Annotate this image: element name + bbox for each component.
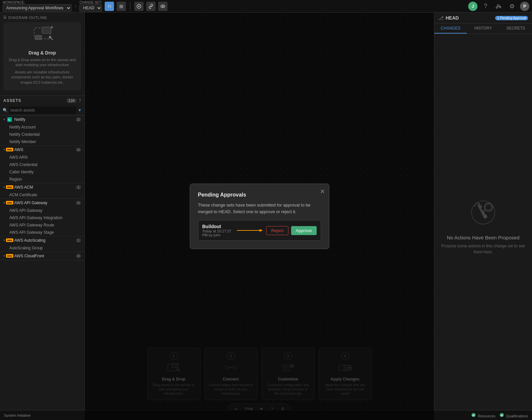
filter-icon[interactable]: ▼ — [78, 108, 82, 113]
panel-tabs: CHANGES HISTORY SECRETS — [434, 24, 532, 34]
list-item[interactable]: ACM Certificate — [0, 191, 84, 199]
aws-acm-icon: aws — [6, 185, 13, 190]
drag-drop-desc1: Drag & Drop assets on to the canvas and … — [9, 57, 76, 68]
list-item[interactable]: AWS API Gateway Integration — [0, 214, 84, 221]
aws-items: AWS ARN AWS Credential Caller Identity R… — [0, 154, 84, 183]
drag-drop-preview: ↖ Drag & Drop Drag & Drop assets on to t… — [3, 22, 81, 90]
category-aws: ▾ aws AWS 4 AWS ARN AWS Credential Calle… — [0, 146, 84, 183]
changeset-section: CHANGE SET: HEAD — [79, 1, 102, 12]
settings-button[interactable]: ⚙ — [507, 1, 517, 12]
list-item[interactable]: AWS API Gateway — [0, 207, 84, 214]
tab-secrets[interactable]: SECRETS — [499, 24, 532, 34]
resources-indicator: Resources — [471, 413, 495, 418]
chevron-netlify: ▾ — [3, 118, 5, 121]
approval-name: Buildout — [202, 224, 235, 229]
hamburger-icon: ☰ — [3, 15, 7, 20]
category-header-netlify[interactable]: ▾ N Netlify 3 — [0, 116, 84, 124]
netlify-icon: N — [6, 117, 13, 122]
eye-icon-button[interactable] — [158, 2, 167, 11]
changeset-select[interactable]: HEAD — [79, 4, 102, 12]
tab-changes[interactable]: CHANGES — [434, 24, 467, 34]
link-icon-button[interactable] — [146, 2, 156, 11]
svg-point-1 — [138, 6, 140, 7]
topbar: WORKSPACE: Announcing Approval Workflows… — [0, 0, 532, 13]
search-input[interactable] — [9, 107, 76, 114]
category-header-aws-acm[interactable]: ▾ aws AWS ACM 1 — [0, 183, 84, 191]
approval-arrow-svg — [237, 228, 264, 232]
assets-header: ASSETS 134 ? — [0, 96, 84, 105]
aws-cloudfront-icon: aws — [6, 254, 13, 258]
list-item[interactable]: Region — [0, 176, 84, 183]
drag-drop-desc2: Assets are reusable infrastructure compo… — [9, 70, 76, 85]
list-item[interactable]: AWS Credential — [0, 161, 84, 168]
category-header-aws-cloudfront[interactable]: ▾ aws AWS CloudFront 3 — [0, 252, 84, 260]
modal-close-button[interactable]: ✕ — [320, 188, 325, 195]
tab-history[interactable]: HISTORY — [467, 24, 499, 34]
grid-view-button[interactable]: ⊞ — [117, 2, 126, 11]
community-icon — [496, 3, 502, 9]
list-item[interactable]: AWS API Gateway Route — [0, 221, 84, 229]
breadcrumb-sep: › — [75, 4, 76, 9]
drag-drop-title: Drag & Drop — [9, 50, 76, 55]
category-header-aws-autoscaling[interactable]: ▾ aws AWS AutoScaling 1 — [0, 236, 84, 244]
community-button[interactable] — [493, 1, 504, 12]
assets-help-icon[interactable]: ? — [78, 98, 81, 103]
aws-api-gateway-name: AWS API Gateway — [14, 201, 74, 205]
approval-arrow — [237, 228, 264, 232]
svg-point-35 — [472, 413, 476, 417]
svg-point-4 — [497, 5, 499, 7]
category-aws-api-gateway: ▾ aws AWS API Gateway 4 AWS API Gateway … — [0, 199, 84, 236]
pending-approvals-modal: Pending Approvals ✕ These change sets ha… — [190, 184, 329, 249]
approval-item: Buildout Today at 10:17:27 PM by john Re… — [198, 220, 321, 241]
chevron-aws-autoscaling: ▾ — [3, 238, 5, 242]
svg-marker-26 — [260, 229, 263, 232]
qualifications-indicator: Qualifications — [499, 413, 528, 418]
aws-acm-category-name: AWS ACM — [14, 185, 74, 190]
chevron-aws-acm: ▾ — [3, 185, 5, 189]
main-layout: ☰ DIAGRAM OUTLINE ↖ Drag & Drop Drag & D… — [0, 13, 532, 420]
category-header-aws[interactable]: ▾ aws AWS 4 — [0, 146, 84, 154]
approve-button[interactable]: Approve — [291, 226, 316, 235]
empty-state-desc: Propose some actions in this change set … — [441, 243, 525, 255]
help-button[interactable]: ? — [480, 1, 491, 12]
list-item[interactable]: Netlify Member — [0, 138, 84, 145]
list-item[interactable]: Caller Identity — [0, 168, 84, 176]
reject-button[interactable]: Reject — [266, 226, 288, 235]
netlify-category-name: Netlify — [14, 117, 74, 122]
netlify-count: 3 — [76, 118, 81, 122]
list-item[interactable]: AutoScaling Group — [0, 244, 84, 252]
category-aws-cloudfront: ▾ aws AWS CloudFront 3 — [0, 252, 84, 260]
svg-point-36 — [500, 413, 504, 417]
aws-api-gateway-icon: aws — [6, 201, 13, 205]
modal-description: These change sets have been submitted fo… — [198, 202, 321, 215]
approval-meta: Today at 10:17:27 PM by john — [202, 229, 235, 237]
user-avatar-j[interactable]: J — [468, 2, 478, 11]
canvas[interactable]: 1 ↖ Drag & Drop Drag assets to the canva… — [85, 13, 434, 420]
assets-title: ASSETS — [3, 98, 64, 103]
netlify-items: Netlify Account Netlify Credential Netli… — [0, 124, 84, 145]
category-header-aws-api-gateway[interactable]: ▾ aws AWS API Gateway 4 — [0, 199, 84, 207]
assets-count: 134 — [66, 98, 76, 103]
git-icon: ⎇ — [438, 15, 444, 21]
list-item[interactable]: AWS ARN — [0, 154, 84, 161]
diagram-outline-title: ☰ DIAGRAM OUTLINE — [3, 15, 81, 20]
list-item[interactable]: Netlify Account — [0, 124, 84, 131]
aws-acm-items: ACM Certificate — [0, 191, 84, 199]
search-icon: 🔍 — [3, 108, 8, 113]
user-avatar-p[interactable]: P — [520, 2, 529, 11]
workspace-section: WORKSPACE: Announcing Approval Workflows — [3, 1, 71, 12]
diagram-icon-button[interactable] — [134, 2, 144, 11]
list-item[interactable]: AWS API Gateway Stage — [0, 229, 84, 236]
assets-list: ▾ N Netlify 3 Netlify Account Netlify Cr… — [0, 116, 84, 412]
modal-overlay[interactable]: Pending Approvals ✕ These change sets ha… — [85, 13, 434, 420]
pending-badge: 1 Pending Approval — [495, 16, 528, 20]
empty-state-icon — [470, 199, 496, 229]
diagram-icon — [136, 4, 142, 9]
drag-drop-icon-area: ↖ — [29, 28, 55, 47]
sidebar: ☰ DIAGRAM OUTLINE ↖ Drag & Drop Drag & D… — [0, 13, 85, 420]
diagram-view-button[interactable]: H — [105, 2, 114, 11]
workspace-select[interactable]: Announcing Approval Workflows — [3, 4, 71, 12]
modal-title: Pending Approvals — [198, 192, 321, 198]
svg-point-3 — [162, 6, 163, 7]
list-item[interactable]: Netlify Credential — [0, 131, 84, 138]
